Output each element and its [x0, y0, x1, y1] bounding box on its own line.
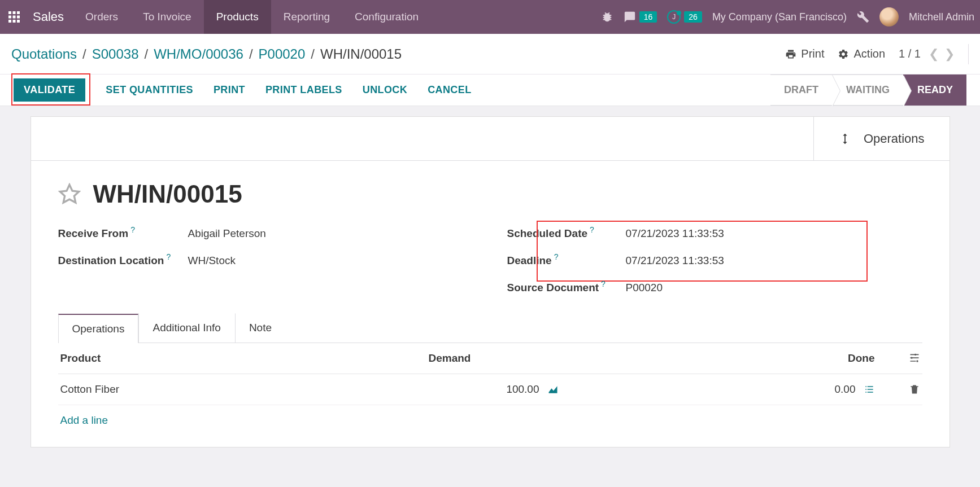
action-menu[interactable]: Action [838, 47, 885, 60]
pager-next-icon[interactable]: ❯ [944, 47, 955, 62]
print-labels-button[interactable]: PRINT LABELS [265, 84, 342, 96]
help-icon[interactable]: ? [601, 279, 606, 288]
tab-additional-info[interactable]: Additional Info [138, 313, 234, 343]
breadcrumb-po[interactable]: P00020 [259, 46, 306, 62]
messages-indicator[interactable]: 16 [624, 11, 657, 23]
clock-icon: J [667, 10, 681, 24]
cell-done[interactable]: 0.00 [835, 383, 856, 396]
row-scheduled-date: Scheduled Date ? 07/21/2023 11:33:53 [507, 227, 922, 240]
settings-icon[interactable] [909, 353, 920, 364]
help-icon[interactable]: ? [166, 252, 171, 261]
form-col-right: Scheduled Date ? 07/21/2023 11:33:53 Dea… [507, 227, 922, 294]
svg-point-11 [911, 357, 912, 359]
print-button[interactable]: PRINT [214, 84, 245, 96]
nav-to-invoice[interactable]: To Invoice [130, 0, 204, 34]
th-demand: Demand [429, 352, 471, 365]
top-navbar: Sales Orders To Invoice Products Reporti… [0, 0, 980, 34]
cancel-button[interactable]: CANCEL [428, 84, 471, 96]
sheet-header: Operations [31, 117, 949, 161]
row-destination: Destination Location ? WH/Stock [58, 255, 473, 267]
tab-note[interactable]: Note [235, 313, 286, 343]
label-destination: Destination Location [58, 255, 164, 267]
nav-products[interactable]: Products [204, 0, 271, 34]
activities-badge: 26 [684, 11, 702, 23]
table-header: Product Demand Done [58, 343, 922, 374]
cell-product[interactable]: Cotton Fiber [60, 383, 429, 396]
unlock-button[interactable]: UNLOCK [363, 84, 407, 96]
nav-configuration[interactable]: Configuration [342, 0, 431, 34]
pager: 1 / 1 ❮ ❯ [899, 47, 955, 62]
add-line-link[interactable]: Add a line [58, 405, 922, 436]
validate-button[interactable]: VALIDATE [14, 78, 85, 102]
svg-rect-4 [13, 16, 16, 19]
breadcrumb-actions: Print Action 1 / 1 ❮ ❯ [785, 44, 969, 64]
value-destination[interactable]: WH/Stock [188, 255, 236, 267]
th-product: Product [60, 352, 429, 365]
label-source-doc: Source Document [507, 282, 599, 294]
value-source-doc[interactable]: P00020 [626, 282, 663, 294]
support-icon[interactable] [857, 11, 869, 23]
form-sheet: Operations WH/IN/00015 Receive From ? [31, 116, 950, 447]
breadcrumb-mo[interactable]: WH/MO/00036 [154, 46, 243, 62]
pager-prev-icon[interactable]: ❮ [929, 47, 939, 62]
sheet-wrap: Operations WH/IN/00015 Receive From ? [0, 106, 980, 447]
toolbar-left: VALIDATE SET QUANTITIES PRINT PRINT LABE… [14, 78, 472, 102]
label-deadline: Deadline [507, 255, 552, 267]
status-draft[interactable]: DRAFT [770, 74, 832, 106]
document-title: WH/IN/00015 [93, 180, 242, 208]
status-bar: DRAFT WAITING READY [770, 74, 966, 106]
help-icon[interactable]: ? [554, 252, 559, 261]
svg-rect-7 [13, 20, 16, 23]
breadcrumb-s00038[interactable]: S00038 [92, 46, 139, 62]
company-switcher[interactable]: My Company (San Francisco) [712, 11, 847, 23]
value-receive-from[interactable]: Abigail Peterson [188, 227, 266, 240]
status-waiting[interactable]: WAITING [832, 74, 903, 106]
form-col-left: Receive From ? Abigail Peterson Destinat… [58, 227, 473, 294]
app-name[interactable]: Sales [28, 10, 73, 24]
user-avatar[interactable] [879, 7, 899, 27]
navbar-right: 16 J 26 My Company (San Francisco) Mitch… [601, 0, 980, 34]
breadcrumb-sep: / [145, 46, 149, 62]
svg-rect-6 [8, 20, 11, 23]
operations-table: Product Demand Done Cotton Fiber 100.00 [58, 343, 922, 436]
breadcrumb-quotations[interactable]: Quotations [11, 46, 77, 62]
action-toolbar: VALIDATE SET QUANTITIES PRINT PRINT LABE… [0, 74, 980, 106]
nav-reporting[interactable]: Reporting [271, 0, 342, 34]
svg-point-12 [914, 354, 916, 356]
set-quantities-button[interactable]: SET QUANTITIES [106, 84, 193, 96]
value-deadline: 07/21/2023 11:33:53 [626, 255, 724, 267]
cell-demand[interactable]: 100.00 [506, 383, 539, 396]
svg-rect-2 [17, 11, 20, 14]
row-deadline: Deadline ? 07/21/2023 11:33:53 [507, 255, 922, 267]
transfer-icon [839, 131, 851, 147]
tab-operations[interactable]: Operations [58, 314, 139, 343]
pager-text: 1 / 1 [899, 47, 921, 60]
svg-rect-5 [17, 16, 20, 19]
nav-orders[interactable]: Orders [73, 0, 130, 34]
label-receive-from: Receive From [58, 227, 129, 240]
status-ready[interactable]: READY [903, 74, 966, 106]
print-action[interactable]: Print [785, 47, 824, 60]
help-icon[interactable]: ? [590, 225, 594, 234]
breadcrumb-sep: / [311, 46, 315, 62]
debug-icon[interactable] [601, 11, 613, 23]
operations-stat-button[interactable]: Operations [813, 117, 949, 160]
table-row[interactable]: Cotton Fiber 100.00 0.00 [58, 374, 922, 405]
delete-icon[interactable] [909, 384, 920, 395]
user-name[interactable]: Mitchell Admin [909, 11, 974, 23]
star-icon[interactable] [58, 183, 81, 205]
row-receive-from: Receive From ? Abigail Peterson [58, 227, 473, 240]
svg-point-10 [916, 360, 918, 362]
form-grid: Receive From ? Abigail Peterson Destinat… [58, 227, 922, 294]
tabs: Operations Additional Info Note [58, 313, 922, 343]
activities-indicator[interactable]: J 26 [667, 10, 702, 24]
detailed-ops-icon[interactable] [864, 384, 875, 395]
svg-rect-3 [8, 16, 11, 19]
row-source-doc: Source Document ? P00020 [507, 282, 922, 294]
label-scheduled: Scheduled Date [507, 227, 588, 240]
apps-icon[interactable] [0, 10, 28, 24]
value-scheduled[interactable]: 07/21/2023 11:33:53 [626, 227, 724, 240]
forecast-icon[interactable] [547, 384, 559, 395]
help-icon[interactable]: ? [130, 225, 135, 234]
breadcrumbs: Quotations / S00038 / WH/MO/00036 / P000… [11, 46, 402, 62]
